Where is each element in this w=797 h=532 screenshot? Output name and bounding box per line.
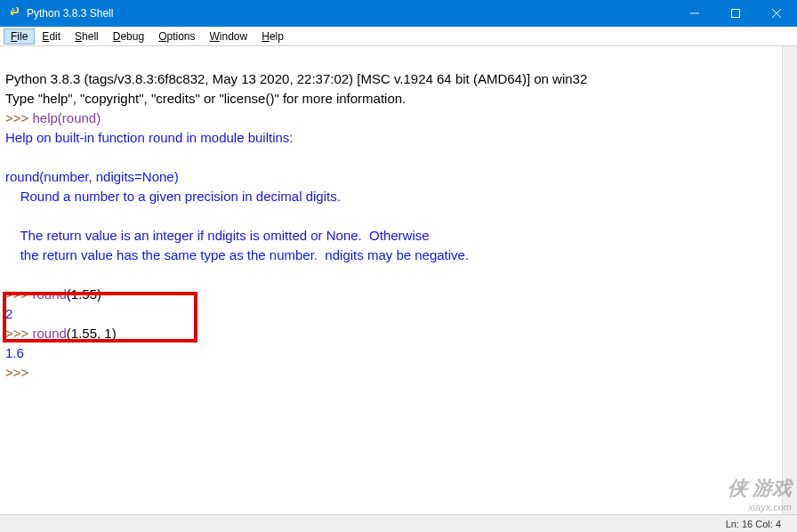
banner-line-1: Python 3.8.3 (tags/v3.8.3:6f8c832, May 1… <box>5 71 587 86</box>
prompt: >>> <box>5 365 32 380</box>
cursor-position: Ln: 16 Col: 4 <box>726 519 781 529</box>
round-arg: round <box>62 110 96 125</box>
prompt: >>> <box>5 326 32 341</box>
menubar: File Edit Shell Debug Options Window Hel… <box>0 27 797 46</box>
close-button[interactable] <box>756 0 797 27</box>
help-call: help <box>32 110 57 125</box>
round-call: round <box>32 286 66 302</box>
svg-point-0 <box>12 8 13 9</box>
result1: 2 <box>5 306 12 321</box>
window-controls <box>674 0 797 27</box>
help-output: round(number, ndigits=None) <box>5 169 179 184</box>
menu-file[interactable]: File <box>4 28 35 44</box>
menu-edit[interactable]: Edit <box>35 28 68 44</box>
titlebar: Python 3.8.3 Shell <box>0 0 797 27</box>
scrollbar[interactable] <box>782 46 797 514</box>
result2: 1.6 <box>5 345 24 360</box>
menu-help[interactable]: Help <box>254 28 291 44</box>
help-output: The return value is an integer if ndigit… <box>5 228 430 243</box>
prompt: >>> <box>5 286 32 302</box>
round-call: round <box>32 326 66 341</box>
prompt: >>> <box>5 110 32 125</box>
shell-content[interactable]: Python 3.8.3 (tags/v3.8.3:6f8c832, May 1… <box>0 46 797 406</box>
minimize-button[interactable] <box>674 0 715 27</box>
menu-options[interactable]: Options <box>151 28 202 44</box>
menu-window[interactable]: Window <box>203 28 255 44</box>
svg-rect-2 <box>732 10 740 18</box>
help-output: Help on built-in function round in modul… <box>5 130 294 145</box>
python-icon <box>7 6 21 20</box>
rparen: ) <box>112 326 117 341</box>
menu-debug[interactable]: Debug <box>106 28 151 44</box>
help-output: Round a number to a given precision in d… <box>5 189 341 204</box>
window-title: Python 3.8.3 Shell <box>27 7 674 20</box>
menu-shell[interactable]: Shell <box>68 28 106 44</box>
maximize-button[interactable] <box>715 0 756 27</box>
rparen: ) <box>97 286 101 302</box>
statusbar: Ln: 16 Col: 4 <box>0 514 797 532</box>
rparen: ) <box>96 110 101 125</box>
help-output: the return value has the same type as th… <box>5 247 469 262</box>
call2-args: 1.55, 1 <box>71 326 112 341</box>
call1-args: 1.55 <box>71 286 97 302</box>
banner-line-2: Type "help", "copyright", "credits" or "… <box>5 91 406 106</box>
